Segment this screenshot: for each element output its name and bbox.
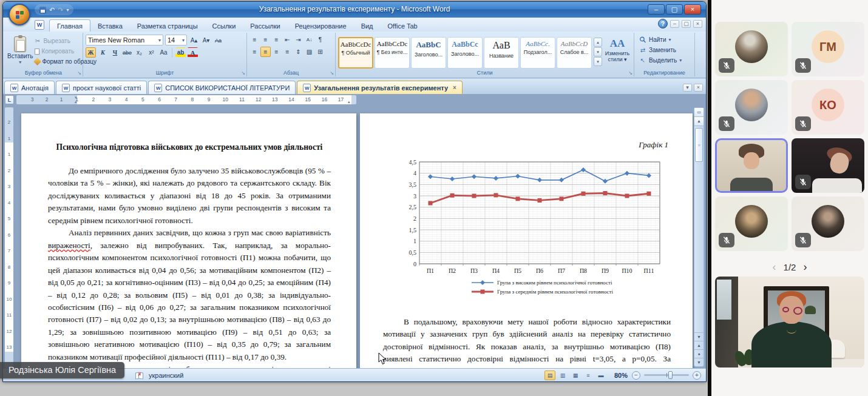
styles-gallery-more[interactable]: ▾ [594, 57, 602, 66]
ribbon-tab-home[interactable]: Главная [49, 19, 90, 32]
vertical-ruler[interactable]: 2112345678910111213 [5, 107, 13, 368]
ruler-toggle-button[interactable]: ▭ [694, 108, 704, 117]
pagination-next-icon[interactable]: › [803, 261, 807, 274]
doc-tab-anotacia[interactable]: W Анотація [4, 81, 55, 94]
font-color-button[interactable]: А [188, 47, 198, 58]
align-left-button[interactable]: ≡ [249, 47, 260, 57]
close-button[interactable]: × [684, 4, 701, 15]
tab-selector-button[interactable]: L [5, 95, 14, 104]
font-name-select[interactable]: Times New Roman ▾ [86, 35, 163, 45]
style-no-spacing[interactable]: AaBbCcDc ¶ Без инте... [375, 37, 410, 69]
outline-view-button[interactable]: ≡ [583, 371, 594, 380]
ribbon-tab-insert[interactable]: Вставка [90, 20, 130, 32]
line-spacing-button[interactable]: ⇕ [293, 47, 303, 57]
clear-formatting-button[interactable]: Aa [213, 35, 223, 45]
indent-button[interactable]: ⇥ [293, 35, 303, 45]
horizontal-ruler[interactable]: 3211234567891011121314151617 ▾ ▴ ▴ [16, 95, 356, 104]
replace-button[interactable]: ⇄ Заменить [639, 45, 692, 55]
underline-button[interactable]: Ч [110, 47, 120, 58]
outdent-button[interactable]: ⇤ [282, 35, 293, 45]
participant-tile[interactable] [715, 196, 788, 251]
borders-button[interactable]: ⊞ [315, 47, 325, 57]
clipboard-dialog-launcher[interactable]: ↘ [77, 70, 81, 76]
scroll-down-arrow[interactable]: ▼ [694, 332, 704, 341]
tab-list-dropdown[interactable]: ▾ [683, 84, 692, 92]
ribbon-tab-mailings[interactable]: Рассылки [243, 20, 287, 32]
find-button[interactable]: Найти ▾ [639, 35, 692, 45]
zoom-slider-thumb[interactable] [668, 371, 673, 379]
indent-marker[interactable]: ▴ [75, 99, 77, 104]
style-normal[interactable]: AaBbCcDc ¶ Обычный [338, 37, 373, 69]
next-page-button[interactable]: ▼ [694, 358, 704, 366]
style-subtle-emphasis[interactable]: AaBbCcD Слабое в... [557, 37, 592, 69]
strikethrough-button[interactable]: abe [122, 47, 132, 58]
zoom-level[interactable]: 80% [614, 372, 628, 379]
participant-tile-active-speaker[interactable] [715, 138, 788, 193]
print-layout-view-button[interactable]: ▤ [544, 371, 555, 380]
participant-tile[interactable]: ГМ [792, 22, 864, 76]
styles-dialog-launcher[interactable]: ↘ [628, 70, 632, 76]
participant-tile[interactable]: КО [792, 80, 864, 135]
zoom-slider[interactable] [644, 374, 689, 376]
scrollbar-thumb[interactable]: ≡ [695, 128, 703, 162]
font-size-select[interactable]: 14 ▾ [165, 35, 187, 45]
document-page-2[interactable]: Графік 1 00,511,522,533,544,5П1П2П3П4П5П… [360, 113, 693, 368]
bullets-button[interactable]: ≡ [249, 35, 260, 45]
ribbon-tab-review[interactable]: Рецензирование [288, 20, 354, 32]
tab-bar-close[interactable]: × [694, 84, 703, 92]
highlight-button[interactable]: ab [175, 47, 186, 58]
italic-button[interactable]: К [98, 47, 108, 58]
pagination-prev-icon[interactable]: ‹ [773, 261, 776, 274]
doc-minimize-button[interactable]: – [670, 20, 679, 28]
ribbon-tab-office-tab[interactable]: Office Tab [381, 20, 425, 32]
align-center-button[interactable]: ≡ [260, 47, 271, 57]
help-icon[interactable]: ? [658, 19, 668, 29]
qat-dropdown-icon[interactable]: ▾ [66, 7, 69, 13]
doc-tab-proekt-statti[interactable]: W проєкт наукової статті [56, 81, 147, 94]
language-indicator[interactable]: украинский [149, 372, 183, 379]
vertical-scrollbar[interactable]: ▭ ▲ ≡ ▼ ▲ ● ▼ [694, 107, 704, 367]
document-page-1[interactable]: Психологічна підготовка військових до ек… [21, 113, 356, 368]
participant-tile[interactable] [792, 196, 864, 251]
show-marks-button[interactable]: ¶ [315, 35, 325, 45]
draft-view-button[interactable]: ▬ [595, 371, 606, 380]
restore-button[interactable]: ▢ [666, 4, 683, 15]
web-layout-view-button[interactable]: ▦ [570, 371, 581, 380]
doc-tab-close-icon[interactable]: × [453, 84, 456, 91]
align-right-button[interactable]: ≡ [271, 47, 282, 57]
change-styles-button[interactable]: АА Изменить стили ▾ [603, 35, 631, 68]
multilevel-list-button[interactable]: ≡ [271, 35, 282, 45]
zoom-out-button[interactable]: − [632, 371, 640, 380]
superscript-button[interactable]: x² [146, 47, 157, 58]
minimize-button[interactable]: – [648, 4, 665, 15]
title-bar[interactable]: Узагальнення результатів експерименту - … [3, 2, 706, 18]
select-browse-object-button[interactable]: ● [694, 349, 704, 358]
save-icon[interactable] [39, 7, 46, 13]
style-subtitle[interactable]: AaBbCc. Подзагол... [520, 37, 555, 69]
ribbon-tab-page-layout[interactable]: Разметка страницы [130, 20, 205, 32]
presenter-video-tile[interactable] [715, 277, 864, 367]
change-case-button[interactable]: Aa [158, 47, 169, 58]
doc-tab-spysok-literatury[interactable]: W СПИСОК ВИКОРИСТАНОЇ ЛІТЕРАТУРИ [148, 81, 296, 94]
subscript-button[interactable]: x₂ [134, 47, 144, 58]
doc-restore-button[interactable]: ▢ [682, 20, 691, 28]
paste-button[interactable]: Вставить ▾ [7, 35, 33, 68]
doc-close-button[interactable]: × [693, 20, 702, 28]
full-screen-view-button[interactable]: ▥ [557, 371, 568, 380]
office-button[interactable] [8, 4, 30, 25]
sort-button[interactable]: А↓ [304, 35, 314, 45]
right-indent-marker[interactable]: ▴ [348, 99, 350, 104]
ribbon-tab-references[interactable]: Ссылки [205, 20, 243, 32]
font-dialog-launcher[interactable]: ↘ [241, 70, 245, 76]
scroll-up-arrow[interactable]: ▲ [694, 117, 704, 126]
redo-icon[interactable]: ↷ [58, 7, 63, 13]
grow-font-button[interactable]: А▴ [189, 35, 199, 45]
doc-tab-uzagalnennia-active[interactable]: W Узагальнення результатів експерименту … [297, 81, 463, 94]
bold-button[interactable]: Ж [86, 47, 96, 58]
participant-tile[interactable] [792, 138, 864, 193]
zoom-in-button[interactable]: + [693, 371, 701, 380]
participant-tile[interactable] [715, 80, 788, 135]
style-title[interactable]: АаВ Название [484, 37, 519, 69]
participant-tile[interactable] [715, 22, 788, 76]
justify-button[interactable]: ≡ [282, 47, 293, 57]
